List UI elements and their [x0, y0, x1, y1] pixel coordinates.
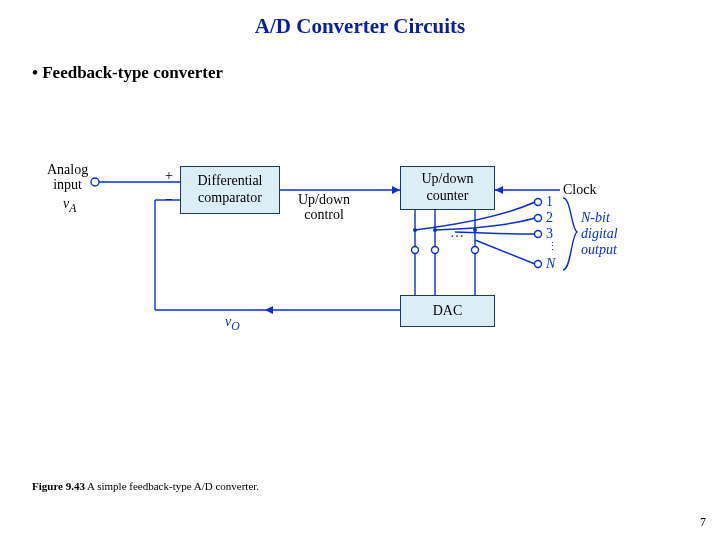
label-plus: +: [165, 168, 173, 184]
label-out-2: 2: [546, 210, 553, 226]
label-analog-input: Analog input: [47, 162, 88, 193]
label-out-1: 1: [546, 194, 553, 210]
svg-marker-24: [265, 306, 273, 314]
svg-point-21: [535, 231, 542, 238]
label-vA: vA: [63, 196, 76, 215]
label-vO: vO: [225, 314, 240, 333]
svg-point-19: [535, 199, 542, 206]
label-out-dots: ⋮: [547, 240, 558, 253]
page-title: A/D Converter Circuits: [0, 0, 720, 39]
svg-marker-5: [495, 186, 503, 194]
label-clock: Clock: [563, 182, 596, 198]
block-comparator: Differential comparator: [180, 166, 280, 214]
block-counter: Up/down counter: [400, 166, 495, 210]
svg-marker-3: [392, 186, 400, 194]
block-diagram: … Analog input vA + − Differential compa…: [65, 150, 655, 370]
figure-number: Figure 9.43: [32, 480, 85, 492]
svg-point-0: [91, 178, 99, 186]
svg-point-6: [412, 247, 419, 254]
svg-point-18: [473, 228, 477, 232]
label-out-N: N: [546, 256, 555, 272]
page-number: 7: [700, 515, 706, 530]
bullet-feedback-type: • Feedback-type converter: [0, 39, 720, 83]
svg-point-22: [535, 261, 542, 268]
svg-point-7: [432, 247, 439, 254]
svg-point-8: [472, 247, 479, 254]
svg-point-20: [535, 215, 542, 222]
block-dac: DAC: [400, 295, 495, 327]
figure-caption: Figure 9.43 A simple feedback-type A/D c…: [32, 480, 259, 492]
label-updown-control: Up/down control: [298, 192, 350, 223]
label-digital-output: N-bit digital output: [581, 210, 618, 258]
label-minus: −: [165, 192, 173, 208]
figure-caption-text: A simple feedback-type A/D converter.: [85, 480, 259, 492]
